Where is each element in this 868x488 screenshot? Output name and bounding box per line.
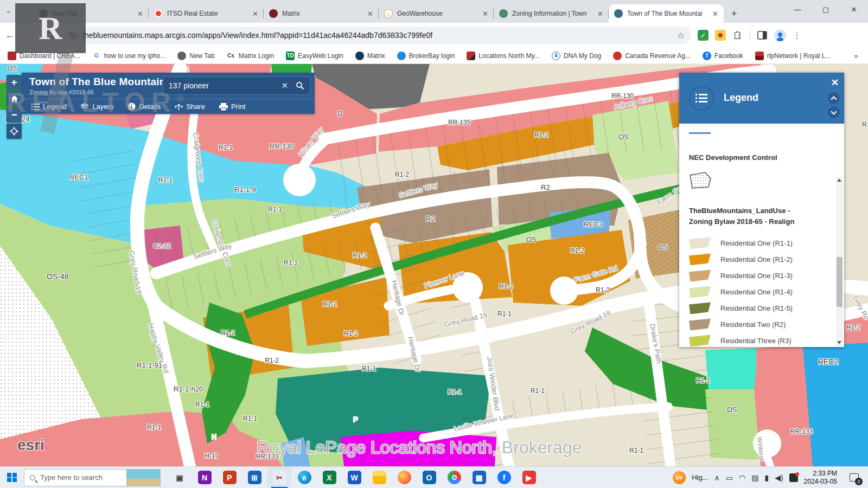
firefox-icon[interactable] (392, 467, 417, 488)
uv-index-icon[interactable]: UV (673, 471, 686, 484)
bookmark-favicon (177, 52, 186, 60)
bookmark-item[interactable]: 4DNA My Dog (552, 52, 601, 60)
bookmark-item[interactable]: Ghow to use my ipho... (92, 52, 165, 60)
clear-search-icon[interactable]: ✕ (281, 81, 288, 91)
calculator-icon[interactable]: ▦ (467, 467, 492, 488)
maximize-button[interactable]: ▢ (812, 0, 840, 18)
legend-swatch (689, 269, 711, 281)
back-icon[interactable]: ← (5, 29, 15, 41)
map-label: R1-2 (534, 131, 548, 139)
taskbar-search-input[interactable]: Type here to search (24, 469, 161, 486)
tab-title: Zoning Information | Town (512, 10, 594, 17)
bookmark-star-icon[interactable]: ☆ (677, 30, 685, 41)
url-text[interactable]: thebluemountains.maps.arcgis.com/apps/Vi… (82, 31, 677, 40)
legend-body: NEC Development Control TheBlueMountains… (679, 124, 844, 347)
scroll-down-icon[interactable] (837, 341, 841, 344)
collapse-up-button[interactable] (828, 92, 840, 104)
window-controls: — ▢ ✕ (783, 0, 868, 18)
tab-close-icon[interactable]: ✕ (594, 10, 603, 18)
nec-swatch (689, 172, 712, 189)
tab-close-icon[interactable]: ✕ (479, 10, 488, 18)
excel-icon[interactable]: X (317, 467, 342, 488)
collapse-down-button[interactable] (828, 106, 840, 118)
legend-scrollbar[interactable] (836, 177, 843, 346)
toolbar-print-button[interactable]: Print (219, 102, 246, 111)
tab-favicon (269, 9, 278, 18)
screen-share-icon[interactable]: ▤ (751, 473, 758, 482)
browser-tab[interactable]: ⌂GeoWarehouse✕ (379, 4, 494, 23)
tab-close-icon[interactable]: ✕ (364, 10, 373, 18)
locate-button[interactable] (7, 124, 22, 139)
facebook-icon[interactable]: f (492, 467, 516, 488)
bookmark-favicon: TD (286, 52, 295, 60)
kebab-menu-icon[interactable]: ⋮ (793, 30, 801, 41)
bookmark-item[interactable]: CsMatrix Login (227, 52, 274, 60)
scroll-up-icon[interactable] (837, 178, 841, 182)
bookmark-item[interactable]: rlpNetwork | Royal L... (755, 52, 831, 60)
map-canvas[interactable]: OSRR-h24C2-21REC1R1-1OS-48R1-1RR-130R1-1… (0, 64, 868, 466)
task-view-icon[interactable]: ▣ (167, 467, 192, 488)
chrome-icon[interactable] (442, 467, 467, 488)
action-center-button[interactable]: 2 (843, 467, 865, 488)
store-icon: ⊞ (248, 471, 261, 484)
side-panel-icon[interactable] (757, 30, 768, 41)
new-tab-button[interactable]: + (731, 8, 737, 20)
word-icon[interactable]: W (342, 467, 367, 488)
bookmarks-bar: Dashboard | CREA...Ghow to use my ipho..… (0, 48, 868, 64)
tab-close-icon[interactable]: ✕ (249, 10, 258, 18)
file-explorer-icon[interactable] (367, 467, 392, 488)
map-label: R1-2 (499, 282, 513, 290)
battery-icon[interactable]: ▮ (764, 473, 769, 482)
windows-logo-icon (7, 473, 17, 483)
browser-tab[interactable]: ITSO Real Estate✕ (149, 4, 264, 23)
outlook-icon[interactable]: O (417, 467, 442, 488)
edge-icon[interactable]: e (292, 467, 317, 488)
map-label: R1-2 (596, 286, 610, 294)
close-icon[interactable]: ✕ (831, 77, 839, 88)
powerpoint-icon[interactable]: P (217, 467, 242, 488)
volume-icon[interactable]: ◀) (775, 473, 783, 482)
chevron-down-icon[interactable]: ⌄ (5, 7, 11, 15)
bookmarks-overflow-icon[interactable]: » (854, 51, 858, 60)
close-button[interactable]: ✕ (840, 0, 868, 18)
start-button[interactable] (0, 467, 24, 488)
bookmark-item[interactable]: fFacebook (703, 52, 743, 60)
search-highlight-image[interactable] (126, 470, 160, 486)
extension-dot-icon[interactable] (715, 30, 726, 41)
legend-list-icon (689, 86, 714, 111)
tray-chevron-up-icon[interactable]: ∧ (714, 473, 720, 482)
legend-swatch (689, 335, 711, 346)
browser-tab[interactable]: Zoning Information | Town✕ (494, 4, 609, 23)
tray-app-label[interactable]: Hig... (692, 473, 708, 481)
scrollbar-thumb[interactable] (837, 257, 843, 307)
bookmark-item[interactable]: Matrix (355, 52, 385, 60)
legend-panel: Legend ✕ NEC Development Control TheBlue… (679, 73, 844, 347)
tab-close-icon[interactable]: ✕ (709, 10, 718, 18)
browser-tab[interactable]: Town of The Blue Mountai✕ (609, 4, 724, 23)
wifi-icon[interactable]: ◠ (739, 473, 745, 482)
browser-tab[interactable]: Matrix✕ (264, 4, 379, 23)
bookmark-item[interactable]: TDEasyWeb Login (286, 52, 343, 60)
tab-close-icon[interactable]: ✕ (134, 10, 143, 18)
address-bar[interactable]: thebluemountains.maps.arcgis.com/apps/Vi… (62, 27, 691, 44)
youtube-icon: ▶ (522, 471, 536, 484)
bookmark-item[interactable]: BrokerBay login (397, 52, 455, 60)
youtube-icon[interactable]: ▶ (516, 467, 541, 488)
map-label: REC3 (584, 220, 603, 228)
extensions-puzzle-icon[interactable] (732, 30, 743, 41)
search-icon[interactable] (296, 81, 304, 90)
map-label: R1-1 (195, 401, 209, 408)
extension-check-icon[interactable]: ✓ (698, 30, 709, 41)
notification-app-icon[interactable] (789, 473, 798, 482)
taskbar-clock[interactable]: 2:33 PM 2024-03-05 (804, 470, 837, 486)
bookmark-item[interactable]: Locations North My... (467, 52, 540, 60)
bookmark-item[interactable]: Canada Revenue Ag... (613, 52, 691, 60)
tablet-mode-icon[interactable]: ▭ (726, 473, 733, 482)
profile-avatar[interactable] (774, 29, 786, 41)
store-icon[interactable]: ⊞ (242, 467, 267, 488)
legend-item-label: Residential One (R1-3) (720, 272, 793, 280)
bookmark-item[interactable]: New Tab (177, 52, 214, 60)
minimize-button[interactable]: — (783, 0, 812, 18)
snipping-tool-icon[interactable]: ✂ (267, 467, 292, 488)
onenote-icon[interactable]: N (192, 467, 217, 488)
